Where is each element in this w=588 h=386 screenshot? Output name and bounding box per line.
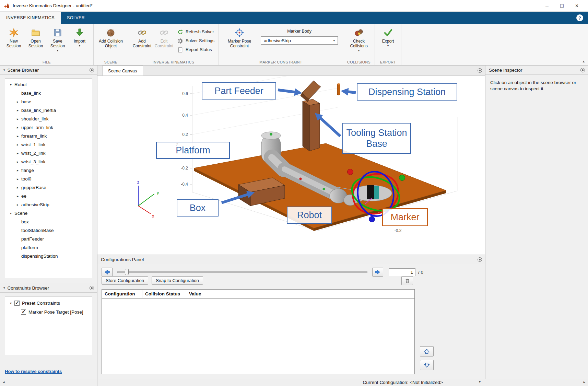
tree-item-flange[interactable]: ▸flange [5, 166, 92, 175]
panel-options-icon[interactable] [90, 68, 94, 72]
scene-browser-tree[interactable]: ▾Robot base_link ▸base ▸base_link_inerti… [5, 79, 92, 278]
panel-options-icon[interactable] [478, 68, 482, 73]
tab-solver[interactable]: SOLVER [61, 12, 91, 24]
tree-item-label: box [21, 219, 29, 224]
tooling-station-base-shape[interactable] [303, 99, 320, 151]
save-session-button[interactable]: Save Session ▾ [47, 26, 69, 52]
snap-to-configuration-button[interactable]: Snap to Configuration [152, 276, 203, 285]
chevron-right-icon[interactable]: ▸ [15, 100, 21, 104]
dispensing-station-shape[interactable] [337, 83, 340, 95]
tree-item-wrist-2-link[interactable]: ▸wrist_2_link [5, 149, 92, 157]
tree-item-wrist-3-link[interactable]: ▸wrist_3_link [5, 157, 92, 166]
chevron-right-icon[interactable]: ▸ [15, 151, 21, 155]
tree-item-base-link[interactable]: base_link [5, 89, 92, 97]
tree-item-base-link-inertia[interactable]: ▸base_link_inertia [5, 106, 92, 115]
slider-thumb[interactable] [125, 269, 129, 275]
next-configuration-button[interactable] [372, 268, 383, 277]
marker-pose-constraint-button[interactable]: Marker Pose Constraint [222, 26, 257, 49]
chevron-right-icon[interactable]: ▸ [15, 134, 21, 138]
tree-item-scene[interactable]: ▾Scene [5, 209, 92, 218]
chevron-down-icon[interactable]: ▾ [8, 301, 14, 305]
tab-scene-canvas[interactable]: Scene Canvas [102, 66, 143, 75]
collapse-panel-icon[interactable]: ▾ [3, 68, 5, 72]
scene-3d-view[interactable]: z y x 0.6 0.4 0.2 -0.2 -0.4 Z -0.2 [97, 76, 485, 255]
chevron-right-icon[interactable]: ▸ [15, 108, 21, 112]
part-feeder-shape[interactable] [301, 81, 321, 102]
panel-options-icon[interactable] [580, 68, 585, 72]
tree-item-robot[interactable]: ▾Robot [5, 80, 92, 89]
minimize-button[interactable]: – [545, 0, 549, 12]
chevron-down-icon[interactable]: ▾ [8, 211, 14, 215]
panel-options-icon[interactable] [90, 286, 94, 290]
open-folder-icon [30, 27, 41, 38]
tree-item-wrist-1-link[interactable]: ▸wrist_1_link [5, 140, 92, 149]
chevron-down-icon[interactable]: ▾ [8, 83, 14, 86]
constraint-item-preset[interactable]: ▾ ✓ Preset Constraints [5, 299, 92, 307]
tree-item-platform[interactable]: platform [5, 243, 92, 252]
ribbon-group-label: INVERSE KINEMATICS [128, 60, 219, 64]
tree-item-tool0[interactable]: ▸tool0 [5, 175, 92, 183]
tree-item-shoulder-link[interactable]: ▸shoulder_link [5, 115, 92, 123]
close-button[interactable]: × [575, 0, 578, 12]
tree-item-label: wrist_3_link [21, 159, 46, 164]
panel-options-icon[interactable] [478, 257, 482, 262]
collapse-panel-right-icon[interactable]: ▸ [583, 380, 585, 384]
chevron-right-icon[interactable]: ▸ [15, 186, 21, 189]
marker-pose-target-checkbox[interactable]: ✓ [21, 309, 26, 315]
refresh-solver-button[interactable]: Refresh Solver [177, 29, 214, 35]
tree-item-forearm-link[interactable]: ▸forearm_link [5, 132, 92, 140]
constraint-item-marker-pose-target[interactable]: ✓ Marker Pose Target [Pose] [5, 307, 92, 316]
store-configuration-button[interactable]: Store Configuration [102, 276, 148, 285]
maximize-button[interactable]: □ [560, 0, 564, 12]
tree-item-tool-station-base[interactable]: toolStationBase [5, 226, 92, 235]
configurations-table[interactable]: Configuration Collision Status Value [102, 289, 415, 374]
new-session-button[interactable]: New Session [3, 26, 25, 49]
tree-item-box[interactable]: box [5, 218, 92, 226]
add-collision-object-button[interactable]: Add Collision Object [96, 26, 125, 49]
how-to-resolve-constraints-link[interactable]: How to resolve constraints [5, 369, 62, 374]
report-status-button[interactable]: Report Status [177, 47, 214, 53]
button-label: Export [382, 39, 394, 44]
status-chevron-icon[interactable]: ▾ [479, 380, 481, 384]
check-collisions-button[interactable]: Check Collisions ▾ [346, 26, 372, 52]
collapse-panel-icon[interactable]: ▾ [3, 286, 5, 290]
tree-item-upper-arm-link[interactable]: ▸upper_arm_link [5, 123, 92, 132]
chevron-right-icon[interactable]: ▸ [15, 143, 21, 147]
annotation-box: Box [177, 199, 219, 217]
tree-item-ee[interactable]: ▸ee [5, 192, 92, 200]
configuration-index-input[interactable] [389, 268, 415, 276]
chevron-right-icon[interactable]: ▸ [15, 117, 21, 121]
tree-item-adhesive-strip[interactable]: ▸adhesiveStrip [5, 200, 92, 209]
previous-configuration-button[interactable] [102, 268, 113, 277]
chevron-right-icon[interactable]: ▸ [15, 160, 21, 164]
chevron-right-icon[interactable]: ▸ [15, 126, 21, 129]
chevron-right-icon[interactable]: ▸ [15, 168, 21, 172]
tree-item-base[interactable]: ▸base [5, 97, 92, 106]
constraints-browser-tree[interactable]: ▾ ✓ Preset Constraints ✓ Marker Pose Tar… [5, 296, 92, 355]
collapse-ribbon-icon[interactable]: ▴ [583, 59, 585, 63]
arrow-left-icon [103, 269, 111, 275]
tab-inverse-kinematics[interactable]: INVERSE KINEMATICS [0, 12, 61, 24]
scene-canvas[interactable]: z y x 0.6 0.4 0.2 -0.2 -0.4 Z -0.2 [97, 76, 485, 255]
move-configuration-down-button[interactable] [420, 360, 434, 370]
marker-body-dropdown[interactable]: adhesiveStrip ▾ [261, 36, 338, 45]
chevron-right-icon[interactable]: ▸ [15, 203, 21, 207]
move-configuration-up-button[interactable] [420, 346, 434, 356]
export-button[interactable]: Export ▾ [378, 26, 398, 47]
help-icon[interactable]: ? [576, 14, 583, 21]
import-button[interactable]: Import ▾ [69, 26, 91, 47]
add-constraint-button[interactable]: Add Constraint [131, 26, 153, 49]
tree-item-dispensing-station[interactable]: dispensingStation [5, 252, 92, 260]
chevron-right-icon[interactable]: ▸ [15, 177, 21, 181]
ribbon-group-inverse-kinematics: Add Constraint Edit Constraint Refresh S… [128, 24, 219, 65]
tree-item-part-feeder[interactable]: partFeeder [5, 235, 92, 243]
scene-browser-header: ▾ Scene Browser [0, 66, 97, 75]
chevron-right-icon[interactable]: ▸ [15, 194, 21, 198]
configuration-slider[interactable] [117, 269, 367, 276]
open-session-button[interactable]: Open Session [25, 26, 47, 49]
tree-item-gripper-base[interactable]: ▸gripperBase [5, 183, 92, 192]
delete-configuration-button[interactable] [401, 276, 413, 285]
collapse-panel-left-icon[interactable]: ◂ [3, 380, 5, 384]
preset-constraints-checkbox[interactable]: ✓ [14, 301, 20, 306]
solver-settings-button[interactable]: Solver Settings [177, 38, 214, 44]
